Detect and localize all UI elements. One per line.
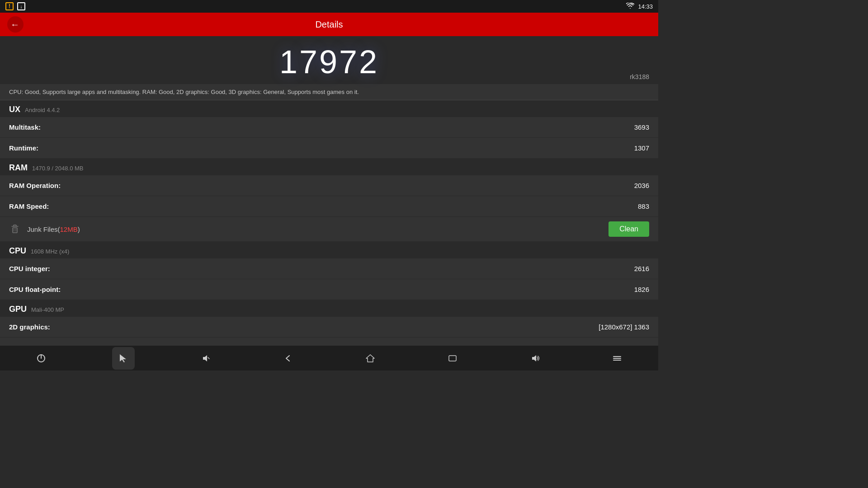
cpu-integer-row: CPU integer: 2616: [0, 258, 658, 279]
svg-marker-9: [120, 354, 126, 362]
wifi-icon: [626, 3, 634, 10]
gpu-3d-row: 3D graphics: [1280x672] 2377: [0, 338, 658, 345]
trash-icon: [9, 223, 22, 235]
main-content: 17972 rk3188 CPU: Good, Supports large a…: [0, 36, 658, 345]
junk-suffix: ): [78, 225, 80, 233]
ram-operation-row: RAM Operation: 2036: [0, 175, 658, 196]
ram-speed-value: 883: [638, 202, 649, 210]
multitask-value: 3693: [634, 123, 649, 131]
ux-subtitle: Android 4.4.2: [25, 107, 60, 113]
cpu-title: CPU: [9, 246, 26, 256]
gpu-section-header: GPU Mali-400 MP: [0, 300, 658, 317]
cpu-float-row: CPU float-point: 1826: [0, 279, 658, 300]
cpu-float-label: CPU float-point:: [9, 286, 61, 293]
cpu-integer-value: 2616: [634, 265, 649, 272]
home-button[interactable]: [359, 347, 382, 370]
cpu-section-header: CPU 1608 MHz (x4): [0, 242, 658, 258]
page-title: Details: [315, 19, 343, 30]
ram-title: RAM: [9, 163, 28, 173]
volume-up-button[interactable]: [524, 347, 546, 370]
multitask-label: Multitask:: [9, 123, 41, 131]
multitask-row: Multitask: 3693: [0, 117, 658, 138]
gpu-2d-value: [1280x672] 1363: [599, 323, 649, 331]
description-text: CPU: Good, Supports large apps and multi…: [9, 89, 359, 95]
svg-marker-14: [532, 355, 536, 361]
svg-rect-0: [13, 228, 17, 233]
status-bar: ! ↓ 14:33: [0, 0, 658, 13]
runtime-label: Runtime:: [9, 144, 38, 152]
power-button[interactable]: [30, 347, 52, 370]
cpu-subtitle: 1608 MHz (x4): [31, 248, 69, 255]
ux-title: UX: [9, 105, 20, 114]
volume-down-button[interactable]: [194, 347, 217, 370]
bottom-nav: [0, 345, 658, 371]
time-display: 14:33: [638, 3, 653, 10]
junk-files-text: Junk Files(12MB): [27, 225, 80, 233]
score-section: 17972 rk3188: [0, 36, 658, 84]
back-arrow-icon: ←: [10, 19, 19, 30]
ux-section-header: UX Android 4.4.2: [0, 100, 658, 117]
gpu-subtitle: Mali-400 MP: [31, 306, 64, 313]
cpu-float-value: 1826: [634, 286, 649, 293]
svg-line-11: [208, 357, 209, 359]
download-icon: ↓: [17, 2, 25, 10]
back-button[interactable]: ←: [7, 16, 24, 33]
gpu-2d-label: 2D graphics:: [9, 323, 50, 331]
ram-speed-label: RAM Speed:: [9, 202, 49, 210]
runtime-row: Runtime: 1307: [0, 138, 658, 159]
junk-size: 12MB: [60, 225, 78, 233]
benchmark-score: 17972: [9, 43, 649, 80]
status-bar-right: 14:33: [626, 3, 653, 10]
ram-speed-row: RAM Speed: 883: [0, 196, 658, 217]
recents-button[interactable]: [441, 347, 464, 370]
cursor-button[interactable]: [112, 347, 135, 370]
svg-marker-12: [366, 355, 374, 362]
top-bar: ← Details: [0, 13, 658, 36]
description-bar: CPU: Good, Supports large apps and multi…: [0, 84, 658, 100]
ram-section-header: RAM 1470.9 / 2048.0 MB: [0, 159, 658, 175]
ram-operation-label: RAM Operation:: [9, 182, 61, 189]
device-model: rk3188: [630, 73, 649, 80]
cpu-integer-label: CPU integer:: [9, 265, 50, 272]
clean-button[interactable]: Clean: [609, 221, 649, 237]
layers-button[interactable]: [606, 347, 628, 370]
gpu-title: GPU: [9, 305, 27, 314]
back-nav-button[interactable]: [277, 347, 299, 370]
junk-label: Junk Files(: [27, 225, 60, 233]
svg-marker-10: [203, 355, 207, 361]
svg-rect-13: [449, 356, 456, 361]
ram-subtitle: 1470.9 / 2048.0 MB: [32, 165, 83, 172]
runtime-value: 1307: [634, 144, 649, 152]
junk-left: Junk Files(12MB): [9, 223, 80, 235]
warning-icon: !: [5, 2, 14, 10]
gpu-2d-row: 2D graphics: [1280x672] 1363: [0, 317, 658, 338]
ram-operation-value: 2036: [634, 182, 649, 189]
junk-files-row: Junk Files(12MB) Clean: [0, 217, 658, 242]
status-bar-left: ! ↓: [5, 2, 25, 10]
